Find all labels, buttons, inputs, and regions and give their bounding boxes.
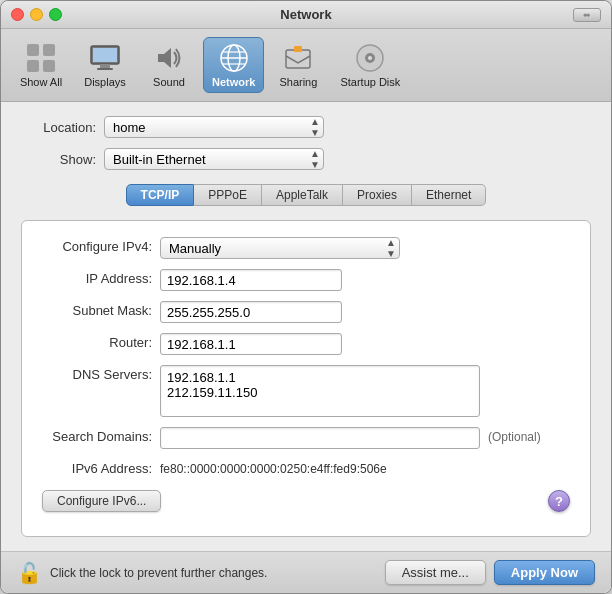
sound-icon	[153, 42, 185, 74]
svg-rect-15	[294, 46, 302, 52]
ipv6-address-row: IPv6 Address: fe80::0000:0000:0000:0250:…	[42, 459, 570, 476]
tab-tcp-ip[interactable]: TCP/IP	[126, 184, 195, 206]
toolbar-label-sound: Sound	[153, 76, 185, 88]
svg-rect-14	[286, 50, 310, 68]
displays-icon	[89, 42, 121, 74]
bottom-buttons: Assist me... Apply Now	[385, 560, 595, 585]
help-button[interactable]: ?	[548, 490, 570, 512]
tabs-area: TCP/IP PPPoE AppleTalk Proxies Ethernet	[21, 184, 591, 206]
search-domains-label: Search Domains:	[42, 427, 152, 444]
show-all-icon	[25, 42, 57, 74]
toolbar-item-displays[interactable]: Displays	[75, 38, 135, 92]
close-button[interactable]	[11, 8, 24, 21]
ipv6-address-label: IPv6 Address:	[42, 459, 152, 476]
subnet-mask-row: Subnet Mask:	[42, 301, 570, 323]
ip-address-row: IP Address:	[42, 269, 570, 291]
toolbar-item-network[interactable]: Network	[203, 37, 264, 93]
toolbar-label-displays: Displays	[84, 76, 126, 88]
search-domains-row: Search Domains: (Optional)	[42, 427, 570, 449]
ipv6-address-value: fe80::0000:0000:0000:0250:e4ff:fed9:506e	[160, 459, 387, 476]
lock-area: 🔓 Click the lock to prevent further chan…	[17, 561, 267, 585]
dns-servers-label: DNS Servers:	[42, 365, 152, 382]
tcp-ip-panel: Configure IPv4: Manually ▲ ▼ IP Address:	[21, 220, 591, 537]
bottom-bar: 🔓 Click the lock to prevent further chan…	[1, 551, 611, 593]
location-row: Location: home ▲ ▼	[21, 116, 591, 138]
apply-now-button[interactable]: Apply Now	[494, 560, 595, 585]
configure-ipv4-label: Configure IPv4:	[42, 237, 152, 254]
tab-ethernet[interactable]: Ethernet	[412, 184, 486, 206]
panel-bottom-row: Configure IPv6... ?	[42, 490, 570, 512]
sharing-icon	[282, 42, 314, 74]
show-select-wrapper: Built-in Ethernet ▲ ▼	[104, 148, 324, 170]
location-label: Location:	[21, 120, 96, 135]
configure-ipv4-row: Configure IPv4: Manually ▲ ▼	[42, 237, 570, 259]
configure-ipv4-select[interactable]: Manually	[160, 237, 400, 259]
show-label: Show:	[21, 152, 96, 167]
router-input[interactable]	[160, 333, 342, 355]
main-content: Location: home ▲ ▼ Show: Built-in Ethern…	[1, 102, 611, 551]
ip-address-input[interactable]	[160, 269, 342, 291]
dns-servers-row: DNS Servers: 192.168.1.1 212.159.11.150	[42, 365, 570, 417]
toolbar-label-startup-disk: Startup Disk	[340, 76, 400, 88]
toolbar-label-network: Network	[212, 76, 255, 88]
configure-ipv6-button[interactable]: Configure IPv6...	[42, 490, 161, 512]
toolbar-item-sound[interactable]: Sound	[139, 38, 199, 92]
svg-rect-7	[97, 68, 113, 70]
location-select-wrapper: home ▲ ▼	[104, 116, 324, 138]
resize-button[interactable]: ⬌	[573, 8, 601, 22]
toolbar-label-sharing: Sharing	[279, 76, 317, 88]
tab-proxies[interactable]: Proxies	[343, 184, 412, 206]
router-row: Router:	[42, 333, 570, 355]
location-select[interactable]: home	[104, 116, 324, 138]
lock-icon[interactable]: 🔓	[17, 561, 42, 585]
router-label: Router:	[42, 333, 152, 350]
title-bar: Network ⬌	[1, 1, 611, 29]
main-window: Network ⬌ Show All	[0, 0, 612, 594]
toolbar-label-show-all: Show All	[20, 76, 62, 88]
minimize-button[interactable]	[30, 8, 43, 21]
dns-servers-input[interactable]: 192.168.1.1 212.159.11.150	[160, 365, 480, 417]
svg-marker-8	[158, 48, 171, 68]
search-domains-input[interactable]	[160, 427, 480, 449]
subnet-mask-label: Subnet Mask:	[42, 301, 152, 318]
show-row: Show: Built-in Ethernet ▲ ▼	[21, 148, 591, 170]
configure-ipv4-select-wrapper: Manually ▲ ▼	[160, 237, 400, 259]
show-select[interactable]: Built-in Ethernet	[104, 148, 324, 170]
toolbar-item-startup-disk[interactable]: Startup Disk	[332, 38, 408, 92]
toolbar-item-show-all[interactable]: Show All	[11, 38, 71, 92]
assist-me-button[interactable]: Assist me...	[385, 560, 486, 585]
svg-point-18	[368, 56, 372, 60]
maximize-button[interactable]	[49, 8, 62, 21]
svg-rect-6	[100, 64, 110, 68]
tab-pppoe[interactable]: PPPoE	[194, 184, 262, 206]
network-icon	[218, 42, 250, 74]
toolbar-item-sharing[interactable]: Sharing	[268, 38, 328, 92]
ip-address-label: IP Address:	[42, 269, 152, 286]
optional-label: (Optional)	[488, 427, 541, 444]
subnet-mask-input[interactable]	[160, 301, 342, 323]
lock-text: Click the lock to prevent further change…	[50, 566, 267, 580]
svg-rect-5	[93, 48, 117, 62]
toolbar: Show All Displays Sound	[1, 29, 611, 102]
tab-appletalk[interactable]: AppleTalk	[262, 184, 343, 206]
startup-disk-icon	[354, 42, 386, 74]
traffic-lights	[11, 8, 62, 21]
window-title: Network	[280, 7, 331, 22]
